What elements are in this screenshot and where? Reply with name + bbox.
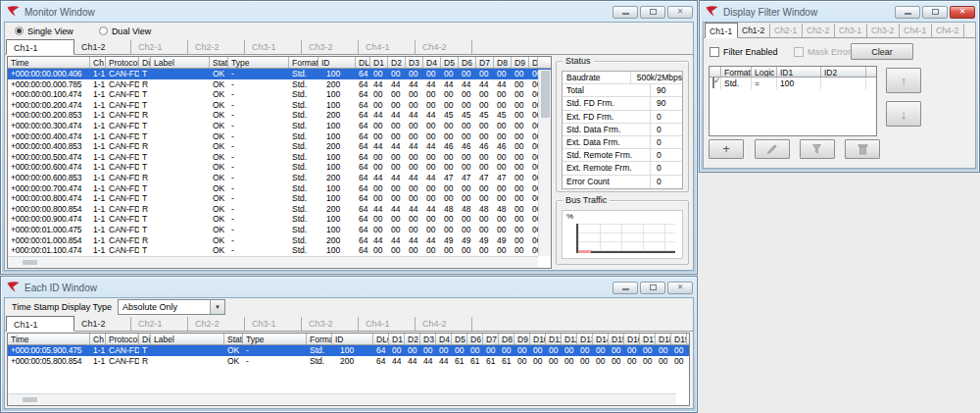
table-row[interactable]: +000:00:00.400.8531-1CAN-FDROK-Std.20064… — [8, 141, 551, 152]
tab-ch2-1[interactable]: Ch2-1 — [770, 24, 803, 37]
tab-ch3-1[interactable]: Ch3-1 — [245, 317, 302, 331]
column-header-d11[interactable]: D11 — [546, 334, 562, 344]
column-header-label[interactable]: Label — [151, 57, 210, 68]
maximize-button[interactable] — [922, 6, 948, 19]
close-button[interactable]: ✕ — [667, 6, 693, 19]
table-row[interactable]: +000:00:00.700.4741-1CAN-FDTOK-Std.10064… — [8, 183, 551, 194]
table-row[interactable]: +000:00:05.900.4751-1CAN-FDTOK-Std.10064… — [8, 345, 689, 356]
column-header-d10[interactable]: D10 — [529, 57, 538, 68]
filter-rule-row[interactable]: Std.=100 — [710, 77, 876, 89]
filter-titlebar[interactable]: Display Filter Window ✕ — [700, 1, 979, 21]
horizontal-scrollbar[interactable] — [8, 393, 676, 405]
column-header-d15[interactable]: D15 — [609, 334, 624, 344]
move-down-button[interactable]: ↓ — [886, 101, 921, 127]
column-header-time[interactable]: Time — [8, 57, 90, 68]
column-header-d8[interactable]: D8 — [494, 57, 512, 68]
table-row[interactable]: +000:00:00.800.8541-1CAN-FDROK-Std.20064… — [8, 204, 551, 215]
column-header-d14[interactable]: D14 — [593, 334, 609, 344]
tab-ch2-2[interactable]: Ch2-2 — [188, 40, 245, 54]
column-header-d19[interactable]: D19 — [671, 334, 687, 344]
column-header-dlc[interactable]: DLC — [373, 334, 389, 344]
column-header-d4[interactable]: D4 — [423, 57, 441, 68]
column-header-dir[interactable]: Dir — [139, 57, 151, 68]
tab-ch4-1[interactable]: Ch4-1 — [359, 317, 416, 331]
tab-ch3-1[interactable]: Ch3-1 — [835, 24, 867, 37]
tab-ch3-2[interactable]: Ch3-2 — [867, 24, 900, 37]
column-header-id[interactable]: ID — [332, 334, 373, 344]
tab-ch4-2[interactable]: Ch4-2 — [416, 40, 472, 54]
tab-ch4-1[interactable]: Ch4-1 — [900, 24, 932, 37]
column-header-format[interactable]: Format — [721, 67, 752, 77]
column-header-protocol[interactable]: Protocol — [106, 334, 139, 344]
tab-ch3-2[interactable]: Ch3-2 — [302, 40, 359, 54]
radio-single-view[interactable]: Single View — [15, 26, 74, 36]
table-row[interactable]: +000:00:00.900.4741-1CAN-FDTOK-Std.10064… — [8, 214, 551, 225]
eachid-titlebar[interactable]: Each ID Window ✕ — [1, 277, 697, 296]
column-header-d1[interactable]: D1 — [389, 334, 405, 344]
tab-ch1-2[interactable]: Ch1-2 — [74, 317, 131, 331]
column-header-d18[interactable]: D18 — [656, 334, 671, 344]
column-header-id[interactable]: ID — [318, 57, 356, 68]
column-header-protocol[interactable]: Protocol — [106, 57, 139, 68]
column-header-d5[interactable]: D5 — [452, 334, 467, 344]
table-row[interactable]: +000:00:01.100.4741-1CAN-FDTOK-Std.10064… — [8, 245, 551, 256]
tab-ch3-1[interactable]: Ch3-1 — [245, 40, 302, 54]
column-header-d20[interactable]: D20 — [687, 334, 689, 344]
table-row[interactable]: +000:00:01.000.8541-1CAN-FDROK-Std.20064… — [8, 235, 551, 246]
column-header-d10[interactable]: D10 — [530, 334, 546, 344]
column-header-select[interactable] — [710, 67, 721, 77]
column-header-d17[interactable]: D17 — [640, 334, 656, 344]
column-header-d3[interactable]: D3 — [406, 57, 423, 68]
column-header-d2[interactable]: D2 — [405, 334, 420, 344]
radio-dual-view[interactable]: Dual View — [99, 26, 151, 36]
add-filter-button[interactable]: + — [709, 139, 744, 159]
table-row[interactable]: +000:00:00.000.7851-1CAN-FDROK-Std.20064… — [8, 79, 551, 90]
column-header-dlc[interactable]: DLC — [356, 57, 370, 68]
column-header-d8[interactable]: D8 — [499, 334, 514, 344]
column-header-type[interactable]: Type — [243, 334, 307, 344]
column-header-d6[interactable]: D6 — [459, 57, 476, 68]
minimize-button[interactable] — [612, 6, 638, 19]
column-header-ch[interactable]: Ch — [90, 334, 106, 344]
column-header-label[interactable]: Label — [151, 334, 224, 344]
column-header-d5[interactable]: D5 — [441, 57, 459, 68]
tab-ch1-2[interactable]: Ch1-2 — [738, 24, 770, 37]
column-header-time[interactable]: Time — [8, 334, 90, 344]
tab-ch1-1[interactable]: Ch1-1 — [6, 316, 74, 332]
column-header-type[interactable]: Type — [228, 57, 289, 68]
scrollbar-thumb[interactable] — [23, 397, 37, 402]
column-header-d6[interactable]: D6 — [467, 334, 483, 344]
table-row[interactable]: +000:00:00.300.4741-1CAN-FDTOK-Std.10064… — [8, 121, 551, 131]
table-row[interactable]: +000:00:00.000.4061-1CAN-FDTOK-Std.10064… — [8, 69, 551, 79]
column-header-format[interactable]: Format — [289, 57, 318, 68]
table-row[interactable]: +000:00:00.200.8531-1CAN-FDROK-Std.20064… — [8, 110, 551, 121]
filter-test-button[interactable] — [800, 139, 835, 159]
clear-button[interactable]: Clear — [851, 43, 913, 60]
vertical-scrollbar[interactable] — [538, 70, 551, 256]
filter-enabled-checkbox[interactable]: Filter Enabled — [710, 45, 778, 59]
column-header-d9[interactable]: D9 — [514, 334, 530, 344]
tab-ch1-1[interactable]: Ch1-1 — [6, 39, 74, 55]
close-button[interactable]: ✕ — [950, 6, 975, 19]
rule-enabled-checkbox[interactable] — [712, 77, 714, 88]
column-header-d2[interactable]: D2 — [388, 57, 406, 68]
tab-ch4-2[interactable]: Ch4-2 — [932, 24, 964, 37]
column-header-state[interactable]: State — [210, 57, 228, 68]
column-header-format[interactable]: Format — [307, 334, 332, 344]
table-row[interactable]: +000:00:00.400.4741-1CAN-FDTOK-Std.10064… — [8, 131, 551, 142]
tab-ch2-2[interactable]: Ch2-2 — [188, 317, 245, 331]
table-row[interactable]: +000:00:00.500.4741-1CAN-FDTOK-Std.10064… — [8, 152, 551, 163]
column-header-d16[interactable]: D16 — [624, 334, 640, 344]
column-header-ch[interactable]: Ch — [90, 57, 106, 68]
maximize-button[interactable] — [640, 6, 665, 19]
column-header-dir[interactable]: Dir — [139, 334, 151, 344]
tab-ch2-1[interactable]: Ch2-1 — [131, 317, 188, 331]
tab-ch4-1[interactable]: Ch4-1 — [359, 40, 416, 54]
column-header-d9[interactable]: D9 — [512, 57, 529, 68]
column-header-state[interactable]: State — [224, 334, 243, 344]
column-header-id1[interactable]: ID1 — [777, 67, 821, 77]
column-header-id2[interactable]: ID2 — [821, 67, 866, 77]
minimize-button[interactable] — [612, 282, 638, 294]
column-header-d13[interactable]: D13 — [577, 334, 593, 344]
column-header-d3[interactable]: D3 — [420, 334, 436, 344]
